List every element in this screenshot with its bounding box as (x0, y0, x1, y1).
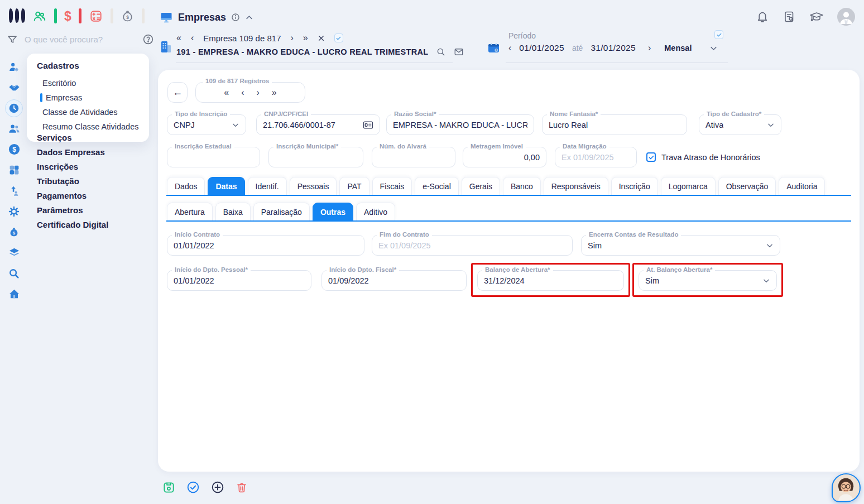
period-start-date[interactable]: 01/01/2025 (519, 43, 564, 53)
section-parametros[interactable]: Parâmetros (37, 203, 108, 217)
finance-module-icon[interactable]: $ (64, 9, 71, 23)
handshake-icon[interactable] (5, 77, 23, 98)
confirm-button[interactable] (186, 481, 200, 494)
tab-pat[interactable]: PAT (339, 177, 369, 195)
people-module-icon[interactable] (32, 9, 47, 23)
moneybag-icon[interactable]: $ (5, 222, 23, 242)
menu-item-empresas[interactable]: Empresas (37, 90, 139, 105)
records-prev-button[interactable]: ‹ (241, 88, 244, 98)
field-inicio-dpto-pessoal[interactable]: Início do Dpto. Pessoal* 01/01/2022 (167, 270, 311, 291)
tab-datas[interactable]: Datas (208, 177, 244, 195)
section-inscricoes[interactable]: Inscrições (37, 159, 108, 174)
contact-card-icon[interactable] (363, 121, 373, 129)
tab-observacao[interactable]: Observação (718, 177, 776, 195)
person-settings-icon[interactable] (5, 56, 23, 77)
field-encerra-contas[interactable]: Encerra Contas de Resultado Sim (581, 235, 780, 256)
period-end-date[interactable]: 31/01/2025 (591, 43, 636, 53)
tab-responsaveis[interactable]: Responsáveis (544, 177, 608, 195)
moneybag-module-icon[interactable]: $ (121, 9, 135, 23)
company-first-button[interactable]: « (176, 33, 181, 43)
company-prev-button[interactable]: ‹ (191, 33, 194, 43)
graduation-cap-icon[interactable] (809, 10, 824, 23)
field-inicio-contrato[interactable]: Início Contrato 01/01/2022 (167, 235, 364, 256)
trava-atraso-checkbox-row[interactable]: Trava Atraso de Honorários (646, 147, 760, 167)
company-filter-checkbox[interactable] (334, 33, 343, 42)
document-search-icon[interactable] (783, 10, 796, 23)
support-chat-bubble[interactable] (832, 473, 861, 502)
field-inscricao-municipal[interactable]: Inscrição Municipal* (268, 147, 363, 167)
tab-fiscais[interactable]: Fiscais (372, 177, 412, 195)
subtab-paralisacao[interactable]: Paralisação (253, 203, 310, 220)
section-dados-empresas[interactable]: Dados Empresas (37, 145, 108, 159)
gear-icon[interactable] (5, 201, 23, 222)
field-tipo-cadastro[interactable]: Tipo de Cadastro* Ativa (699, 114, 781, 135)
field-cnpj[interactable]: CNPJ/CPF/CEI 21.706.466/0001-87 (256, 114, 380, 135)
dollar-circle-icon[interactable]: $ (5, 139, 23, 160)
records-first-button[interactable]: « (224, 88, 229, 98)
tab-identif[interactable]: Identif. (248, 177, 287, 195)
tab-auditoria[interactable]: Auditoria (779, 177, 825, 195)
period-mode-select[interactable]: Mensal (664, 44, 692, 52)
field-num-alvara[interactable]: Núm. do Alvará (372, 147, 455, 167)
period-checkbox[interactable] (714, 30, 723, 39)
field-metragem-imovel[interactable]: Metragem Imóvel 0,00 (463, 147, 546, 167)
clock-icon-active[interactable] (5, 98, 23, 118)
person-up-arrow-icon[interactable] (5, 180, 23, 201)
field-data-migracao[interactable]: Data Migração Ex 01/09/2025 (555, 147, 637, 167)
field-balanco-abertura[interactable]: Balanço de Abertura* 31/12/2024 (477, 270, 624, 291)
field-inicio-dpto-fiscal[interactable]: Início do Dpto. Fiscal* 01/09/2022 (321, 270, 467, 291)
layers-icon[interactable] (5, 242, 23, 263)
close-icon[interactable] (318, 35, 325, 42)
subtab-abertura[interactable]: Abertura (167, 203, 213, 220)
subtab-baixa[interactable]: Baixa (215, 203, 251, 220)
calculator-module-icon[interactable] (89, 9, 103, 23)
chevron-down-icon[interactable] (762, 277, 770, 285)
save-button[interactable] (162, 481, 175, 494)
tab-esocial[interactable]: e-Social (415, 177, 459, 195)
info-icon[interactable] (231, 13, 240, 22)
collapse-chevron-up-icon[interactable] (245, 13, 253, 22)
period-next-button[interactable]: › (648, 43, 651, 53)
section-certificado-digital[interactable]: Certificado Digital (37, 217, 108, 232)
section-pagamentos[interactable]: Pagamentos (37, 188, 108, 203)
records-next-button[interactable]: › (257, 88, 260, 98)
home-icon[interactable] (5, 284, 23, 304)
menu-item-escritorio[interactable]: Escritório (37, 76, 139, 90)
company-next-button[interactable]: › (291, 33, 294, 43)
records-last-button[interactable]: » (272, 88, 277, 98)
calculator-icon[interactable] (5, 160, 23, 180)
tab-dados[interactable]: Dados (167, 177, 205, 195)
period-prev-button[interactable]: ‹ (508, 43, 511, 53)
field-tipo-inscricao[interactable]: Tipo de Inscrição CNPJ (167, 114, 246, 135)
field-razao-social[interactable]: Razão Social* EMPRESA - MAKRO EDUCA - LU… (386, 114, 534, 135)
search-input[interactable] (25, 35, 136, 44)
user-avatar[interactable] (837, 8, 855, 26)
field-nome-fantasia[interactable]: Nome Fantasia* Lucro Real (542, 114, 687, 135)
search-rail-icon[interactable] (5, 263, 23, 284)
subtab-outras[interactable]: Outras (313, 203, 353, 220)
back-button[interactable]: ← (167, 82, 188, 103)
section-servicos[interactable]: Serviços (37, 130, 108, 145)
tab-banco[interactable]: Banco (503, 177, 541, 195)
add-button[interactable] (211, 481, 224, 494)
filter-funnel-icon[interactable] (7, 34, 18, 45)
period-chevron-down-icon[interactable] (709, 44, 718, 52)
chevron-down-icon[interactable] (232, 121, 239, 129)
tab-pessoais[interactable]: Pessoais (290, 177, 337, 195)
envelope-icon[interactable] (454, 47, 464, 57)
tab-logomarca[interactable]: Logomarca (661, 177, 716, 195)
field-inscricao-estadual[interactable]: Inscrição Estadual (167, 147, 260, 167)
tab-gerais[interactable]: Gerais (462, 177, 500, 195)
chevron-down-icon[interactable] (767, 121, 775, 129)
company-search-icon[interactable] (436, 47, 446, 57)
notifications-bell-icon[interactable] (756, 10, 769, 23)
trava-checkbox[interactable] (646, 152, 656, 162)
tab-inscricao[interactable]: Inscrição (611, 177, 658, 195)
section-tributacao[interactable]: Tributação (37, 174, 108, 188)
chevron-down-icon[interactable] (766, 242, 774, 249)
company-last-button[interactable]: » (303, 33, 308, 43)
help-question-icon[interactable] (142, 33, 154, 45)
subtab-aditivo[interactable]: Aditivo (356, 203, 395, 220)
app-logo[interactable] (9, 8, 25, 23)
menu-item-classe-atividades[interactable]: Classe de Atividades (37, 105, 139, 119)
